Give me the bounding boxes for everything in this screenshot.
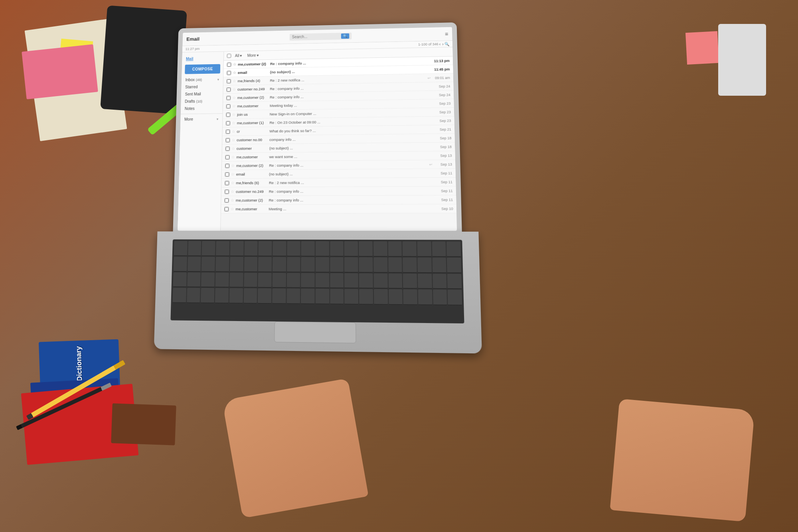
keyboard-key[interactable] (272, 273, 286, 288)
keyboard-key[interactable] (418, 290, 432, 305)
keyboard-key[interactable] (403, 273, 417, 289)
keyboard-key[interactable] (344, 273, 358, 288)
email-checkbox-5[interactable] (226, 95, 231, 100)
keyboard-key[interactable] (215, 257, 229, 272)
keyboard-key[interactable] (258, 241, 272, 256)
compose-button[interactable]: COMPOSE (185, 64, 220, 74)
keyboard-key[interactable] (301, 257, 315, 272)
keyboard-key[interactable] (373, 257, 387, 272)
sidebar-item-sent[interactable]: Sent Mail (181, 90, 223, 98)
keyboard-key[interactable] (287, 241, 300, 256)
keyboard-key[interactable] (188, 241, 201, 256)
keyboard-key[interactable] (373, 241, 387, 256)
keyboard-key[interactable] (330, 257, 344, 272)
keyboard-key[interactable] (388, 273, 402, 288)
menu-icon[interactable]: ≡ (445, 31, 448, 37)
cb-input-10[interactable] (226, 138, 230, 142)
star-icon-15[interactable]: ☆ (231, 181, 235, 185)
cb-input-3[interactable] (227, 79, 231, 83)
star-icon-12[interactable]: ☆ (231, 155, 235, 159)
keyboard-key[interactable] (273, 241, 286, 256)
keyboard-key[interactable] (330, 241, 344, 256)
keyboard-key[interactable] (301, 241, 315, 256)
keyboard-key[interactable] (359, 289, 373, 305)
select-all-checkbox[interactable] (227, 54, 231, 58)
keyboard-key[interactable] (201, 256, 215, 271)
keyboard-key[interactable] (286, 273, 300, 288)
keyboard-key[interactable] (301, 273, 314, 288)
keyboard-key[interactable] (417, 257, 432, 272)
cb-input-15[interactable] (225, 181, 229, 185)
keyboard-key[interactable] (316, 289, 329, 304)
star-icon-8[interactable]: ☆ (232, 121, 235, 125)
keyboard-key[interactable] (403, 241, 417, 256)
cb-input-11[interactable] (226, 147, 230, 151)
keyboard-key[interactable] (447, 274, 462, 289)
star-icon-2[interactable]: ☆ (233, 71, 236, 75)
keyboard-key[interactable] (201, 288, 214, 303)
keyboard-key[interactable] (202, 241, 215, 256)
email-row[interactable]: ☆ me,customer (2) Re : company info ... … (221, 195, 456, 205)
keyboard-key[interactable] (417, 241, 431, 256)
all-filter-button[interactable]: All ▾ (233, 53, 243, 59)
keyboard-key[interactable] (374, 289, 388, 305)
keyboard-key[interactable] (446, 242, 461, 257)
keyboard-key[interactable] (403, 290, 417, 305)
cb-input-4[interactable] (227, 87, 231, 91)
sidebar-item-notes[interactable]: Notes (181, 104, 223, 112)
star-icon-9[interactable]: ☆ (232, 129, 235, 134)
cb-input-12[interactable] (225, 155, 229, 159)
keyboard-key[interactable] (373, 273, 387, 288)
email-checkbox-16[interactable] (225, 189, 229, 194)
keyboard-key[interactable] (287, 257, 300, 272)
search-button[interactable]: 🔍 (341, 33, 350, 39)
keyboard-key[interactable] (432, 257, 446, 272)
keyboard-key[interactable] (244, 257, 257, 272)
email-checkbox-2[interactable] (227, 71, 231, 75)
search-header-icon[interactable]: 🔍 (444, 42, 449, 46)
keyboard-key[interactable] (188, 256, 201, 271)
keyboard-key[interactable] (389, 290, 403, 305)
keyboard-key[interactable] (316, 241, 329, 256)
keyboard-key[interactable] (229, 288, 243, 303)
email-checkbox-10[interactable] (225, 138, 230, 142)
keyboard-key[interactable] (216, 241, 229, 256)
cb-input-17[interactable] (225, 198, 229, 202)
cb-input-14[interactable] (225, 172, 229, 176)
email-checkbox-12[interactable] (225, 155, 230, 160)
email-checkbox-14[interactable] (225, 172, 229, 177)
keyboard-key[interactable] (173, 288, 186, 303)
keyboard-key[interactable] (230, 257, 243, 272)
keyboard-key[interactable] (330, 273, 344, 288)
sidebar-mail-label[interactable]: Mail (182, 55, 223, 63)
keyboard-key[interactable] (418, 274, 432, 289)
email-checkbox-9[interactable] (225, 129, 230, 134)
keyboard-key[interactable] (215, 288, 229, 303)
keyboard-key[interactable] (448, 290, 462, 305)
email-checkbox-4[interactable] (226, 87, 231, 92)
keyboard-key[interactable] (433, 274, 447, 289)
star-icon-10[interactable]: ☆ (231, 138, 235, 142)
keyboard-key[interactable] (403, 257, 417, 272)
keyboard-key[interactable] (244, 272, 257, 288)
star-icon-3[interactable]: ☆ (233, 79, 236, 83)
star-icon-1[interactable]: ☆ (233, 62, 237, 67)
star-icon-11[interactable]: ☆ (231, 146, 235, 151)
cb-input-6[interactable] (226, 104, 230, 108)
star-icon-16[interactable]: ☆ (231, 189, 234, 194)
cb-input-8[interactable] (226, 121, 230, 125)
email-checkbox-18[interactable] (224, 207, 229, 211)
keyboard-key[interactable] (174, 256, 187, 271)
star-icon-17[interactable]: ☆ (231, 198, 234, 203)
keyboard-key[interactable] (344, 289, 358, 305)
keyboard-key[interactable] (359, 241, 373, 256)
star-icon-4[interactable]: ☆ (233, 87, 236, 92)
keyboard-key[interactable] (316, 273, 329, 288)
keyboard-key[interactable] (388, 241, 402, 256)
keyboard-key[interactable] (174, 241, 188, 256)
keyboard-key[interactable] (187, 272, 201, 288)
cb-input-16[interactable] (225, 189, 229, 193)
keyboard-key[interactable] (330, 289, 344, 305)
email-row[interactable]: ☆ me,customer Meeting ... Sep 10 (221, 204, 456, 213)
keyboard-key[interactable] (229, 272, 243, 288)
